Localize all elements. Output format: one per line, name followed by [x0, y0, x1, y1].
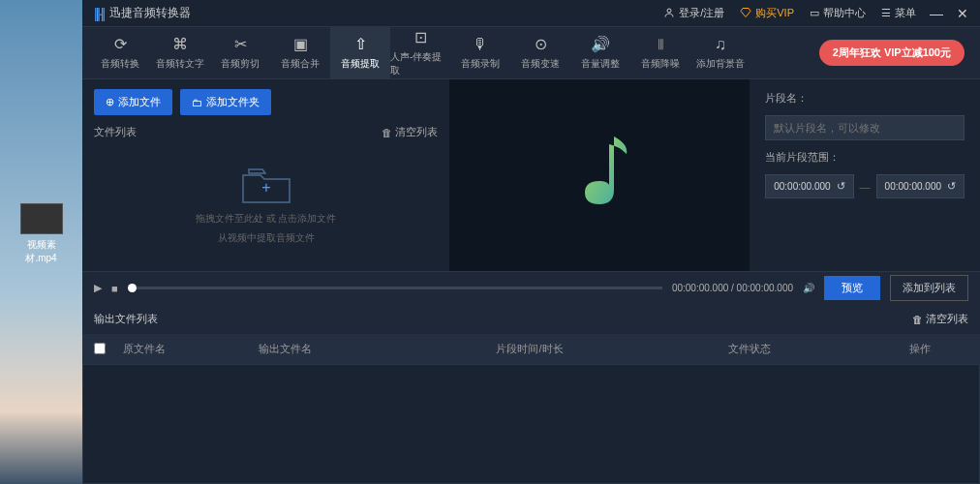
output-table-header: 原文件名 输出文件名 片段时间/时长 文件状态 操作: [82, 334, 980, 364]
app-window: |||·|| 迅捷音频转换器 登录/注册 购买VIP ▭ 帮助中心 ☰ 菜单 —…: [82, 0, 980, 484]
folder-icon: 🗀: [192, 97, 202, 108]
dropzone-folder-icon: +: [239, 164, 293, 206]
menu-icon: ☰: [881, 7, 891, 19]
tool-audio-extract[interactable]: ⇧音频提取: [330, 27, 390, 79]
vocal-icon: ⊡: [414, 28, 427, 46]
app-title: 迅捷音频转换器: [109, 5, 191, 21]
app-logo-icon: |||·||: [94, 6, 104, 21]
end-time-input[interactable]: 00:00:00.000↺: [876, 174, 965, 198]
main-toolbar: ⟳音频转换 ⌘音频转文字 ✂音频剪切 ▣音频合并 ⇧音频提取 ⊡人声-伴奏提取 …: [82, 27, 980, 79]
tool-audio-speed[interactable]: ⊙音频变速: [510, 27, 570, 79]
tool-audio-merge[interactable]: ▣音频合并: [270, 27, 330, 79]
range-label: 当前片段范围：: [765, 150, 965, 165]
reset-start-icon[interactable]: ↺: [837, 180, 845, 193]
drop-hint-1: 拖拽文件至此处 或 点击添加文件: [196, 212, 337, 226]
diamond-icon: [740, 7, 751, 20]
output-table-body: [82, 364, 980, 484]
desktop-file[interactable]: 视频素材.mp4: [15, 203, 68, 265]
main-row: ⊕添加文件 🗀添加文件夹 文件列表 🗑清空列表 + 拖拽文件至此处 或 点击添加…: [82, 79, 980, 271]
tool-volume-adjust[interactable]: 🔊音量调整: [570, 27, 630, 79]
menu-button[interactable]: ☰ 菜单: [881, 6, 916, 20]
file-name: 视频素材.mp4: [15, 238, 68, 265]
col-segment-time: 片段时间/时长: [433, 342, 627, 356]
col-output-name: 输出文件名: [259, 342, 433, 356]
noise-icon: ⦀: [658, 36, 664, 53]
segment-panel: 片段名： 当前片段范围： 00:00:00.000↺ — 00:00:00.00…: [750, 79, 980, 271]
seg-name-label: 片段名：: [765, 91, 965, 106]
scissors-icon: ✂: [234, 35, 247, 53]
player-bar: ▶ ■ 00:00:00.000 / 00:00:00.000 🔊 预览 添加到…: [82, 271, 980, 304]
tool-vocal-separate[interactable]: ⊡人声-伴奏提取: [390, 27, 450, 79]
text-icon: ⌘: [172, 35, 188, 53]
convert-icon: ⟳: [114, 35, 127, 53]
extract-icon: ⇧: [354, 35, 367, 53]
mic-icon: 🎙: [473, 36, 488, 53]
col-actions: 操作: [872, 342, 968, 356]
bgm-icon: ♫: [715, 36, 726, 53]
music-note-icon: [561, 127, 638, 224]
time-display: 00:00:00.000 / 00:00:00.000: [672, 283, 793, 293]
tool-audio-convert[interactable]: ⟳音频转换: [90, 27, 150, 79]
progress-slider[interactable]: [128, 287, 662, 289]
tool-audio-to-text[interactable]: ⌘音频转文字: [150, 27, 210, 79]
svg-point-0: [667, 9, 671, 13]
col-status: 文件状态: [627, 342, 872, 356]
tool-noise-reduce[interactable]: ⦀音频降噪: [630, 27, 690, 79]
preview-panel: [449, 79, 750, 271]
promo-badge[interactable]: 2周年狂欢 VIP立减100元: [819, 40, 965, 66]
play-button[interactable]: ▶: [94, 282, 102, 294]
dropzone[interactable]: + 拖拽文件至此处 或 点击添加文件 从视频中提取音频文件: [94, 147, 438, 261]
login-button[interactable]: 登录/注册: [663, 6, 724, 20]
buy-vip-button[interactable]: 购买VIP: [740, 6, 794, 20]
start-time-input[interactable]: 00:00:00.000↺: [765, 174, 853, 198]
speed-icon: ⊙: [535, 35, 547, 53]
output-section: 输出文件列表 🗑清空列表 原文件名 输出文件名 片段时间/时长 文件状态 操作: [82, 304, 980, 484]
file-list-label: 文件列表: [94, 125, 137, 139]
help-button[interactable]: ▭ 帮助中心: [810, 6, 866, 20]
output-title: 输出文件列表: [94, 312, 158, 326]
user-icon: [663, 7, 675, 20]
preview-button[interactable]: 预览: [824, 276, 880, 300]
tool-add-bgm[interactable]: ♫添加背景音: [690, 27, 750, 79]
plus-icon: ⊕: [106, 96, 114, 108]
clear-list-button[interactable]: 🗑清空列表: [382, 125, 438, 139]
file-panel: ⊕添加文件 🗀添加文件夹 文件列表 🗑清空列表 + 拖拽文件至此处 或 点击添加…: [82, 79, 449, 271]
help-icon: ▭: [810, 7, 819, 19]
tool-audio-cut[interactable]: ✂音频剪切: [210, 27, 270, 79]
drop-hint-2: 从视频中提取音频文件: [218, 231, 315, 245]
minimize-button[interactable]: —: [930, 6, 943, 21]
svg-text:+: +: [261, 179, 270, 196]
add-to-list-button[interactable]: 添加到列表: [890, 275, 968, 301]
close-button[interactable]: ✕: [957, 6, 968, 21]
tool-audio-record[interactable]: 🎙音频录制: [450, 27, 510, 79]
select-all-checkbox[interactable]: [94, 343, 106, 354]
range-dash: —: [860, 181, 871, 193]
volume-button[interactable]: 🔊: [803, 283, 814, 293]
reset-end-icon[interactable]: ↺: [947, 180, 956, 193]
clear-output-button[interactable]: 🗑清空列表: [912, 312, 968, 326]
trash-icon: 🗑: [382, 127, 392, 138]
file-thumbnail: [20, 203, 63, 234]
trash-icon: 🗑: [912, 314, 923, 325]
volume-icon: 🔊: [591, 35, 610, 53]
titlebar: |||·|| 迅捷音频转换器 登录/注册 购买VIP ▭ 帮助中心 ☰ 菜单 —…: [82, 0, 980, 27]
stop-button[interactable]: ■: [111, 283, 118, 294]
col-source-name: 原文件名: [123, 342, 259, 356]
add-file-button[interactable]: ⊕添加文件: [94, 89, 172, 115]
segment-name-input[interactable]: [765, 115, 965, 140]
add-folder-button[interactable]: 🗀添加文件夹: [180, 89, 271, 115]
merge-icon: ▣: [293, 35, 308, 53]
